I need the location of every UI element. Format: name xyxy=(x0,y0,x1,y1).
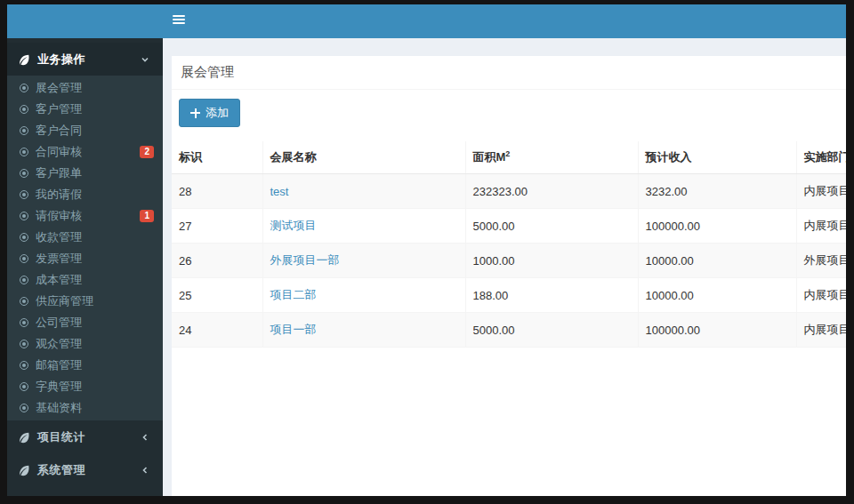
top-navbar xyxy=(7,4,846,38)
plus-icon xyxy=(190,108,200,118)
sidebar-item-basic-data[interactable]: 基础资料 xyxy=(7,397,163,419)
page-title: 展会管理 xyxy=(181,64,837,81)
sidebar-section-project-stats[interactable]: 项目统计 xyxy=(7,420,163,453)
sidebar-item-contract-review[interactable]: 合同审核 2 xyxy=(7,141,163,163)
sidebar-item-my-leave[interactable]: 我的请假 xyxy=(7,184,163,205)
sidebar-item-invoice-mgmt[interactable]: 发票管理 xyxy=(7,248,163,269)
sidebar-item-cost-mgmt[interactable]: 成本管理 xyxy=(7,269,163,291)
cell-name: 测试项目 xyxy=(262,209,465,244)
cell-name: 项目二部 xyxy=(262,278,465,313)
dot-circle-icon xyxy=(20,190,28,199)
dot-circle-icon xyxy=(20,169,28,178)
cell-name: test xyxy=(262,174,465,209)
exhibition-link[interactable]: 项目一部 xyxy=(270,323,317,336)
cell-income: 10000.00 xyxy=(638,244,796,278)
sidebar-item-label: 公司管理 xyxy=(36,315,82,331)
table-row: 24 项目一部 5000.00 100000.00 内展项目 xyxy=(172,313,846,348)
cell-income: 100000.00 xyxy=(638,209,796,244)
chevron-left-icon xyxy=(141,433,149,442)
sidebar-item-customer-followup[interactable]: 客户跟单 xyxy=(7,163,163,184)
dot-circle-icon xyxy=(20,233,28,242)
sidebar: 业务操作 展会管理 客户管理 客户合同 合同审核 2 xyxy=(7,38,163,496)
leaf-icon xyxy=(18,431,30,444)
sidebar-item-label: 基础资料 xyxy=(36,400,82,416)
content-area: 展会管理 添加 标识 会展名称 面积M2 xyxy=(163,38,846,496)
cell-income: 10000.00 xyxy=(638,278,796,313)
dot-circle-icon xyxy=(20,361,28,370)
cell-id: 24 xyxy=(172,313,262,348)
sidebar-item-company-mgmt[interactable]: 公司管理 xyxy=(7,312,163,333)
dot-circle-icon xyxy=(20,126,28,135)
table-row: 28 test 232323.00 3232.00 内展项目 xyxy=(172,174,846,209)
add-button[interactable]: 添加 xyxy=(179,99,240,127)
cell-area: 5000.00 xyxy=(465,209,638,244)
section-label: 项目统计 xyxy=(37,429,85,445)
cell-dept: 内展项目 xyxy=(796,209,846,244)
exhibition-box: 展会管理 添加 标识 会展名称 面积M2 xyxy=(172,56,846,496)
table-row: 27 测试项目 5000.00 100000.00 内展项目 xyxy=(172,209,846,244)
cell-name: 外展项目一部 xyxy=(262,244,465,278)
sidebar-item-mailbox-mgmt[interactable]: 邮箱管理 xyxy=(7,355,163,376)
cell-dept: 内展项目 xyxy=(796,174,846,209)
sidebar-item-payment-mgmt[interactable]: 收款管理 xyxy=(7,227,163,248)
status-badge: 2 xyxy=(140,146,154,158)
sidebar-item-label: 我的请假 xyxy=(36,187,82,203)
sidebar-item-label: 字典管理 xyxy=(36,379,82,395)
column-header-income: 预计收入 xyxy=(638,141,796,174)
sidebar-item-label: 成本管理 xyxy=(36,272,82,288)
sidebar-item-label: 合同审核 xyxy=(36,144,82,160)
add-button-label: 添加 xyxy=(205,105,229,121)
cell-dept: 外展项目 xyxy=(796,244,846,278)
exhibition-link[interactable]: 外展项目一部 xyxy=(270,253,340,267)
section-label: 业务操作 xyxy=(37,52,85,68)
dot-circle-icon xyxy=(20,382,28,391)
leaf-icon xyxy=(18,464,30,476)
cell-income: 100000.00 xyxy=(638,313,796,348)
exhibition-link[interactable]: test xyxy=(270,185,289,198)
sidebar-item-leave-review[interactable]: 请假审核 1 xyxy=(7,205,163,227)
cell-id: 25 xyxy=(172,278,262,313)
sidebar-section-system-mgmt[interactable]: 系统管理 xyxy=(7,453,163,486)
box-header: 展会管理 xyxy=(172,56,846,90)
sidebar-item-exhibition-mgmt[interactable]: 展会管理 xyxy=(7,77,163,99)
column-header-area: 面积M2 xyxy=(465,141,638,174)
cell-id: 27 xyxy=(172,209,262,244)
sidebar-section-business-ops[interactable]: 业务操作 xyxy=(7,43,163,76)
table-row: 25 项目二部 188.00 10000.00 内展项目 xyxy=(172,278,846,313)
chevron-down-icon xyxy=(141,55,149,64)
hamburger-icon[interactable] xyxy=(173,15,185,26)
dot-circle-icon xyxy=(20,212,28,220)
cell-area: 232323.00 xyxy=(465,174,638,209)
exhibition-link[interactable]: 测试项目 xyxy=(270,219,317,232)
cell-id: 28 xyxy=(172,174,262,209)
app-window: 业务操作 展会管理 客户管理 客户合同 合同审核 2 xyxy=(7,4,846,496)
sidebar-item-label: 收款管理 xyxy=(36,229,82,245)
sidebar-item-audience-mgmt[interactable]: 观众管理 xyxy=(7,333,163,355)
sidebar-item-label: 客户合同 xyxy=(36,123,82,139)
dot-circle-icon xyxy=(20,276,28,284)
table-row: 26 外展项目一部 1000.00 10000.00 外展项目 xyxy=(172,244,846,278)
cell-dept: 内展项目 xyxy=(796,278,846,313)
sidebar-item-dictionary-mgmt[interactable]: 字典管理 xyxy=(7,376,163,397)
dot-circle-icon xyxy=(20,404,28,412)
dot-circle-icon xyxy=(20,84,28,92)
superscript: 2 xyxy=(505,149,510,158)
sidebar-item-customer-contract[interactable]: 客户合同 xyxy=(7,120,163,141)
cell-income: 3232.00 xyxy=(638,174,796,209)
sidebar-item-label: 展会管理 xyxy=(36,80,82,96)
column-header-id: 标识 xyxy=(172,141,262,174)
sidebar-item-label: 请假审核 xyxy=(36,208,82,224)
sidebar-item-supplier-mgmt[interactable]: 供应商管理 xyxy=(7,291,163,312)
sidebar-item-label: 观众管理 xyxy=(36,336,82,352)
sidebar-item-label: 客户跟单 xyxy=(36,165,82,181)
sidebar-item-customer-mgmt[interactable]: 客户管理 xyxy=(7,99,163,120)
box-body: 添加 标识 会展名称 面积M2 预计收入 实施部门 xyxy=(172,90,846,348)
cell-id: 26 xyxy=(172,244,262,278)
leaf-icon xyxy=(18,53,30,66)
business-ops-submenu: 展会管理 客户管理 客户合同 合同审核 2 客户跟单 我的请假 xyxy=(7,76,163,420)
cell-name: 项目一部 xyxy=(262,313,465,348)
cell-area: 1000.00 xyxy=(465,244,638,278)
dot-circle-icon xyxy=(20,318,28,327)
chevron-left-icon xyxy=(141,466,149,475)
exhibition-link[interactable]: 项目二部 xyxy=(270,288,317,301)
